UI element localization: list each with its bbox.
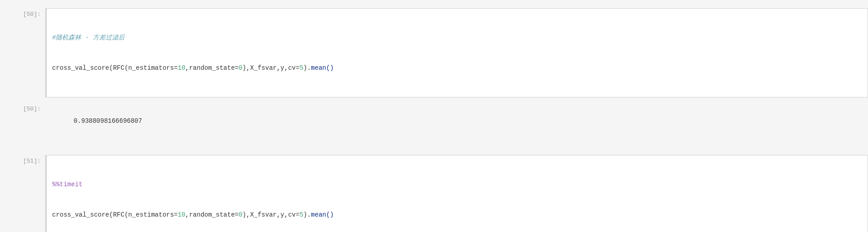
code-close2: ). — [304, 211, 311, 218]
cell-51-input-content[interactable]: %%timeit cross_val_score(RFC(n_estimator… — [45, 155, 868, 232]
code-rest1: ),X_fsvar,y,cv — [242, 64, 296, 72]
code-eq2: = — [235, 64, 238, 72]
cell-50-output-row: [50]: 0.9388098166696807 — [0, 101, 868, 142]
cell-51-input-row: [51]: %%timeit cross_val_score(RFC(n_est… — [0, 151, 868, 232]
code-line-3: cross_val_score(RFC(n_estimators=10,rand… — [52, 210, 862, 220]
cell-50-output-number: [50]: — [0, 103, 45, 112]
cell-50-input-row: [50]: #随机森林 - 方差过滤后 cross_val_score(RFC(… — [0, 5, 868, 101]
output-value-50: 0.9388098166696807 — [73, 117, 142, 125]
code-param3: ,random_state — [185, 211, 235, 218]
cell-50-input-content[interactable]: #随机森林 - 方差过滤后 cross_val_score(RFC(n_esti… — [45, 8, 868, 97]
code-eq1: = — [174, 64, 178, 72]
code-rest2: ),X_fsvar,y,cv — [242, 211, 296, 218]
notebook-container: [50]: #随机森林 - 方差过滤后 cross_val_score(RFC(… — [0, 0, 868, 232]
spacer — [0, 142, 868, 151]
code-func2: cross_val_score(RFC(n_estimators — [52, 211, 174, 218]
code-val1: 10 — [178, 64, 185, 72]
code-val5: 0 — [239, 211, 242, 218]
code-eq5: = — [235, 211, 238, 218]
code-eq3: = — [296, 64, 299, 72]
code-eq6: = — [296, 211, 299, 218]
code-val6: 5 — [299, 211, 303, 218]
code-eq4: = — [174, 211, 178, 218]
code-val4: 10 — [178, 211, 185, 218]
code-func: cross_val_score(RFC(n_estimators — [52, 64, 174, 72]
cell-50-output-content: 0.9388098166696807 — [45, 103, 868, 139]
magic-command: %%timeit — [52, 181, 82, 188]
cell-50-input-number: [50]: — [0, 8, 45, 18]
code-val3: 5 — [299, 64, 303, 72]
code-method1: mean() — [311, 64, 333, 72]
code-line-magic: %%timeit — [52, 179, 862, 189]
comment-text: #随机森林 - 方差过滤后 — [52, 34, 125, 41]
code-line-2: cross_val_score(RFC(n_estimators=10,rand… — [52, 63, 862, 73]
cell-51-input-number: [51]: — [0, 155, 45, 164]
code-param2: ,random_state — [185, 64, 235, 72]
code-line-1: #随机森林 - 方差过滤后 — [52, 33, 862, 43]
code-close1: ). — [304, 64, 311, 72]
code-method2: mean() — [311, 211, 333, 218]
code-val2: 0 — [239, 64, 242, 72]
